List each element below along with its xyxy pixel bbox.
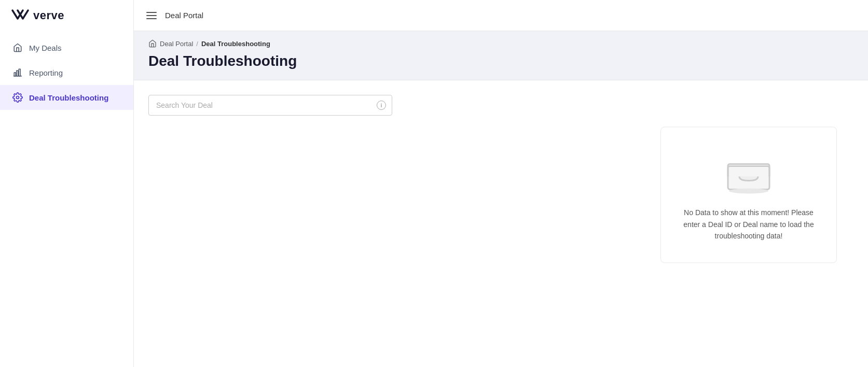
- empty-state-message: No Data to show at this moment! Please e…: [677, 207, 821, 242]
- page-title: Deal Troubleshooting: [148, 53, 853, 69]
- sidebar-item-label-reporting: Reporting: [29, 68, 63, 77]
- svg-rect-1: [17, 70, 18, 76]
- search-container: i: [148, 95, 392, 116]
- sidebar: verve My Deals Repor: [0, 0, 134, 367]
- verve-logo-icon: [10, 8, 29, 23]
- breadcrumb-portal-link[interactable]: Deal Portal: [160, 40, 193, 48]
- breadcrumb-separator: /: [196, 40, 198, 48]
- hamburger-button[interactable]: [146, 12, 157, 19]
- content-area: i No Data to show at this moment! Please…: [134, 80, 868, 367]
- main-content: Deal Portal Deal Portal / Deal Troublesh…: [134, 0, 868, 367]
- breadcrumb-home-icon: [148, 39, 157, 48]
- topbar: Deal Portal: [134, 0, 868, 31]
- empty-state-card: No Data to show at this moment! Please e…: [660, 127, 837, 263]
- breadcrumb: Deal Portal / Deal Troubleshooting: [148, 39, 853, 48]
- sidebar-item-my-deals[interactable]: My Deals: [0, 35, 133, 60]
- hamburger-line-2: [146, 15, 157, 16]
- svg-rect-0: [14, 73, 16, 76]
- svg-rect-2: [19, 69, 20, 76]
- bar-chart-icon: [12, 67, 23, 78]
- empty-state-icon: [723, 148, 775, 195]
- hamburger-line-1: [146, 12, 157, 13]
- home-icon: [12, 43, 23, 53]
- svg-point-4: [17, 96, 19, 99]
- topbar-title: Deal Portal: [165, 11, 203, 20]
- logo-text: verve: [33, 9, 64, 22]
- page-header: Deal Portal / Deal Troubleshooting Deal …: [134, 31, 868, 80]
- sidebar-item-label-my-deals: My Deals: [29, 44, 62, 52]
- sidebar-item-deal-troubleshooting[interactable]: Deal Troubleshooting: [0, 85, 133, 110]
- logo-area: verve: [0, 0, 133, 31]
- gear-icon: [12, 92, 23, 103]
- info-icon[interactable]: i: [377, 101, 386, 110]
- svg-point-6: [729, 189, 768, 194]
- sidebar-item-reporting[interactable]: Reporting: [0, 60, 133, 85]
- breadcrumb-current: Deal Troubleshooting: [201, 40, 270, 48]
- hamburger-line-3: [146, 18, 157, 19]
- sidebar-navigation: My Deals Reporting Deal Tr: [0, 31, 133, 114]
- sidebar-item-label-deal-troubleshooting: Deal Troubleshooting: [29, 93, 108, 102]
- search-input[interactable]: [148, 95, 392, 116]
